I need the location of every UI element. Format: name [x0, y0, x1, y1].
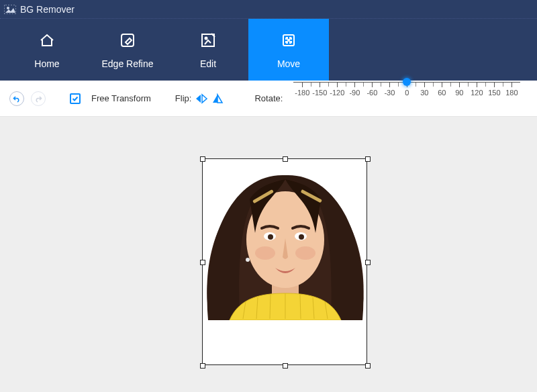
svg-point-23 [246, 258, 250, 262]
svg-point-4 [205, 37, 207, 39]
resize-handle-w[interactable] [200, 260, 205, 265]
home-icon [38, 31, 56, 52]
nav-move[interactable]: Move [248, 19, 329, 81]
rotate-tick: -90 [346, 89, 363, 97]
redo-button[interactable] [31, 91, 46, 106]
nav-edge-refine[interactable]: Edge Refine [87, 19, 168, 81]
free-transform-checkbox[interactable] [70, 93, 81, 104]
resize-handle-se[interactable] [365, 363, 371, 369]
svg-point-9 [295, 246, 315, 260]
rotate-tick: 30 [416, 89, 433, 97]
undo-button[interactable] [9, 91, 24, 106]
rotate-label: Rotate: [254, 93, 283, 103]
resize-handle-e[interactable] [365, 260, 371, 265]
edit-icon [199, 31, 217, 52]
rotate-tick: 180 [503, 89, 520, 97]
flip-horizontal-button[interactable] [211, 93, 224, 104]
app-logo-icon [4, 5, 16, 14]
rotate-tick: 120 [468, 89, 485, 97]
resize-handle-n[interactable] [283, 156, 288, 162]
nav-edit-label: Edit [200, 58, 216, 69]
resize-handle-sw[interactable] [200, 363, 205, 369]
rotate-thumb[interactable] [403, 78, 411, 86]
nav-home-label: Home [34, 58, 59, 69]
rotate-tick: 150 [485, 89, 503, 97]
resize-handle-ne[interactable] [365, 156, 371, 162]
resize-handle-nw[interactable] [200, 156, 205, 162]
nav-edge-refine-label: Edge Refine [101, 58, 153, 69]
nav-move-label: Move [277, 58, 300, 69]
rotate-tick: -120 [328, 89, 346, 97]
rotate-tick: -60 [363, 89, 381, 97]
resize-handle-s[interactable] [283, 363, 288, 369]
nav-edit[interactable]: Edit [168, 19, 248, 81]
app-title: BG Remover [20, 4, 75, 15]
editor-canvas[interactable] [0, 117, 537, 392]
svg-point-1 [7, 7, 9, 9]
free-transform-label: Free Transform [91, 93, 151, 103]
edge-refine-icon [118, 31, 137, 52]
rotate-slider[interactable]: -180-150-120-90-60-300306090120150180 [293, 89, 520, 109]
rotate-tick: 90 [450, 89, 468, 97]
rotate-tick: -180 [293, 89, 311, 97]
rotate-tick: 0 [398, 89, 416, 97]
svg-point-12 [268, 234, 273, 240]
rotate-tick: -30 [381, 89, 398, 97]
svg-point-8 [255, 246, 275, 260]
subject-image[interactable] [203, 159, 368, 320]
transform-bounding-box[interactable] [202, 158, 367, 365]
flip-label: Flip: [175, 93, 192, 103]
rotate-tick: 60 [433, 89, 450, 97]
title-bar: BG Remover [0, 0, 537, 19]
rotate-tick: -150 [311, 89, 328, 97]
nav-home[interactable]: Home [7, 19, 87, 81]
main-nav: Home Edge Refine Edit [0, 19, 537, 81]
svg-point-13 [299, 234, 304, 240]
flip-vertical-button[interactable] [195, 93, 207, 104]
move-toolbar: Free Transform Flip: Rotate: -180-150-12… [0, 81, 537, 117]
move-icon [279, 31, 298, 52]
